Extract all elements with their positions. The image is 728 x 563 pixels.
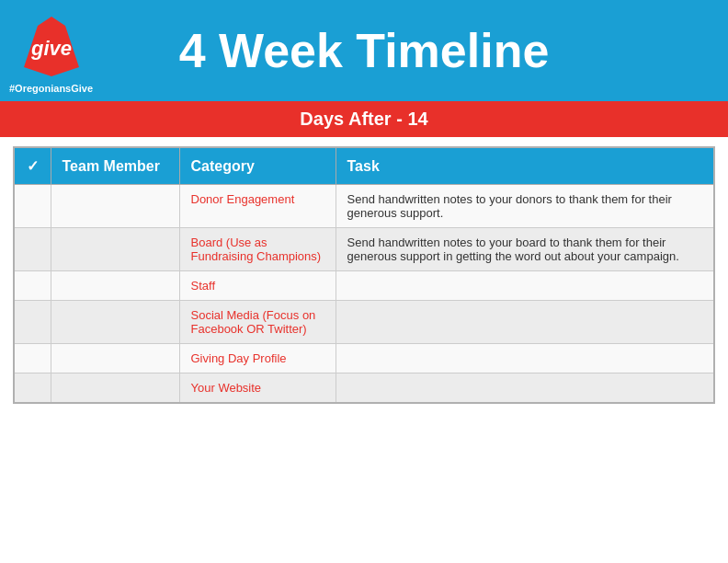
cell-check	[14, 185, 51, 228]
col-team-member: Team Member	[51, 147, 179, 185]
cell-check	[14, 228, 51, 271]
table-row: Your Website	[14, 373, 714, 404]
page-title: 4 Week Timeline	[179, 23, 550, 78]
cell-team-member	[51, 373, 179, 404]
cell-task: Send handwritten notes to your board to …	[336, 228, 714, 271]
sub-header-label: Days After - 14	[300, 109, 427, 129]
cell-task	[336, 301, 714, 344]
cell-team-member	[51, 301, 179, 344]
table-row: Board (Use as Fundraising Champions)Send…	[14, 228, 714, 271]
cell-category: Staff	[179, 271, 336, 301]
cell-team-member	[51, 185, 179, 228]
col-category: Category	[179, 147, 336, 185]
logo-icon: give	[15, 7, 88, 81]
timeline-table: ✓ Team Member Category Task Donor Engage…	[13, 146, 715, 404]
cell-category: Giving Day Profile	[179, 344, 336, 373]
table-row: Donor EngagementSend handwritten notes t…	[14, 185, 714, 228]
table-container: ✓ Team Member Category Task Donor Engage…	[0, 137, 728, 413]
cell-task	[336, 344, 714, 373]
cell-team-member	[51, 271, 179, 301]
col-task: Task	[336, 147, 714, 185]
cell-category: Donor Engagement	[179, 185, 336, 228]
logo-area: give #OregoniansGive	[9, 7, 93, 94]
header: give #OregoniansGive 4 Week Timeline	[0, 0, 728, 101]
cell-check	[14, 301, 51, 344]
cell-category: Board (Use as Fundraising Champions)	[179, 228, 336, 271]
table-row: Giving Day Profile	[14, 344, 714, 373]
table-row: Social Media (Focus on Facebook OR Twitt…	[14, 301, 714, 344]
cell-task	[336, 271, 714, 301]
col-check: ✓	[14, 147, 51, 185]
cell-category: Social Media (Focus on Facebook OR Twitt…	[179, 301, 336, 344]
table-row: Staff	[14, 271, 714, 301]
cell-team-member	[51, 344, 179, 373]
cell-check	[14, 373, 51, 404]
svg-text:give: give	[30, 37, 72, 60]
hashtag-label: #OregoniansGive	[9, 83, 93, 94]
cell-category: Your Website	[179, 373, 336, 404]
cell-task: Send handwritten notes to your donors to…	[336, 185, 714, 228]
cell-check	[14, 271, 51, 301]
cell-team-member	[51, 228, 179, 271]
sub-header-banner: Days After - 14	[0, 101, 728, 137]
table-header-row: ✓ Team Member Category Task	[14, 147, 714, 185]
cell-task	[336, 373, 714, 404]
cell-check	[14, 344, 51, 373]
